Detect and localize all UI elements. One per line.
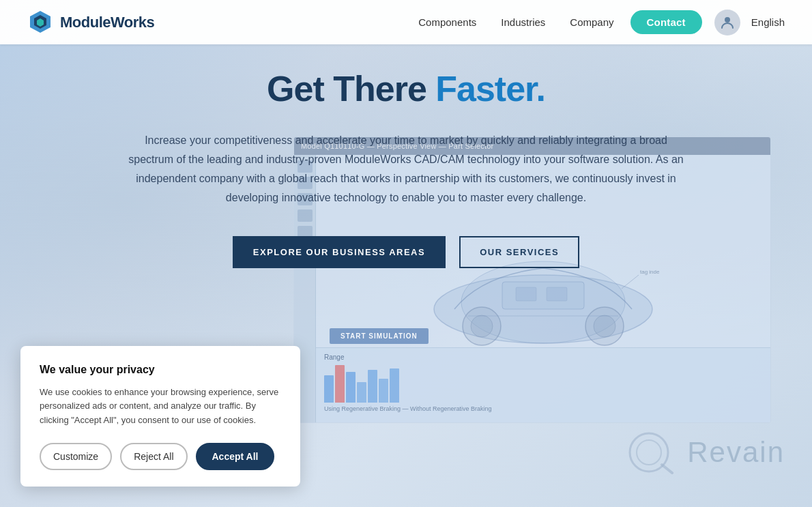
cad-panel-sublabel: Using Regenerative Braking — Without Reg… [324,405,762,412]
svg-rect-8 [547,287,567,301]
logo[interactable]: ModuleWorks [27,10,154,35]
svg-line-13 [662,465,672,473]
accept-all-button[interactable]: Accept All [196,443,275,470]
main-nav: Components Industries Company [418,16,613,28]
cookie-banner: We value your privacy We use cookies to … [20,346,300,487]
header: ModuleWorks Components Industries Compan… [0,0,812,44]
cad-data-panel: Range Using Regenerative Braking — Witho… [316,347,770,422]
cookie-buttons: Customize Reject All Accept All [40,443,281,470]
svg-point-17 [725,17,730,23]
hero-title-part2: Faster. [435,69,545,108]
start-simulation-button[interactable]: START SIMULATION [330,328,429,344]
cookie-title: We value your privacy [40,364,281,376]
chart-bar-accent [335,365,345,403]
hero-title-part1: Get There [267,69,435,108]
contact-button[interactable]: Contact [630,10,702,34]
language-selector[interactable]: English [751,16,785,28]
cad-chart [324,365,762,403]
svg-line-9 [622,275,639,289]
hero-subtitle: Increase your competitiveness and accele… [126,131,686,207]
nav-components[interactable]: Components [418,16,476,28]
chart-bar [346,372,356,403]
hero-content: Get There Faster. Increase your competit… [0,68,812,268]
customize-button[interactable]: Customize [40,443,112,470]
logo-text: ModuleWorks [60,14,154,31]
svg-point-4 [471,315,493,337]
revain-text: Revain [687,436,785,469]
hero-title: Get There Faster. [27,68,785,109]
revain-icon [624,425,679,480]
chart-bar [379,379,388,403]
chart-bar [368,370,377,403]
revain-watermark: Revain [624,425,785,480]
user-icon[interactable] [714,10,740,35]
nav-company[interactable]: Company [570,16,613,28]
nav-industries[interactable]: Industries [501,16,545,28]
logo-icon [27,10,53,35]
svg-rect-7 [516,287,536,301]
svg-point-5 [594,315,615,337]
chart-bar [390,368,399,403]
chart-bar [324,375,334,403]
explore-button[interactable]: Explore Our Business Areas [233,236,446,268]
chart-bar [357,382,366,403]
svg-point-12 [637,440,661,465]
svg-rect-6 [502,282,584,309]
services-button[interactable]: Our Services [459,236,579,268]
reject-all-button[interactable]: Reject All [120,443,187,470]
user-svg-icon [719,14,736,31]
svg-text:tag index 0.26: tag index 0.26 [640,269,659,275]
cad-panel-label: Range [324,353,762,361]
cookie-description: We use cookies to enhance your browsing … [40,386,281,428]
hero-buttons: Explore Our Business Areas Our Services [27,236,785,268]
